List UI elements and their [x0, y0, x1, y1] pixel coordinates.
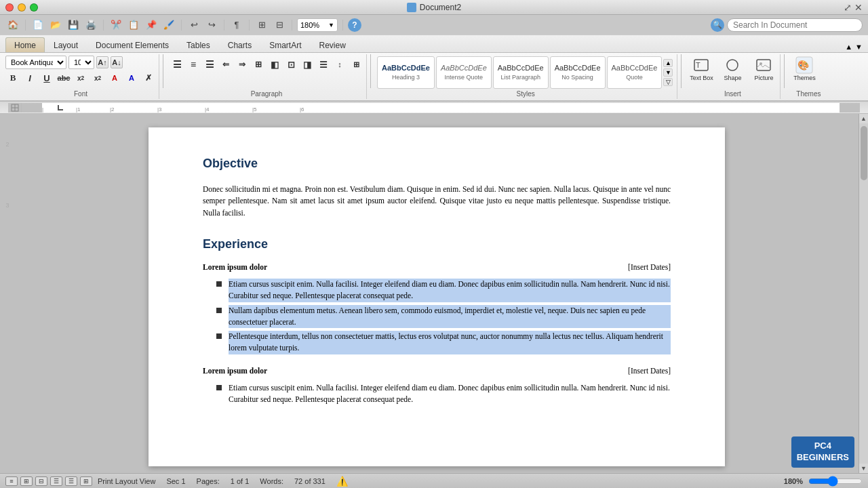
view-icon-6[interactable]: ⊞ [80, 476, 92, 486]
styles-scroll[interactable]: ▲ ▼ ▽ [663, 59, 674, 86]
ruler-corner[interactable] [8, 103, 22, 113]
bullet-text-4[interactable]: Etiam cursus suscipit enim. Nulla facili… [229, 382, 671, 406]
markers-button[interactable]: ¶ [229, 18, 244, 33]
bullet-text-2[interactable]: Nullam dapibus elementum metus. Aenean l… [229, 305, 671, 329]
bullet-item-3[interactable]: Pellentesque interdum, tellus non consec… [216, 331, 671, 354]
window-close-icon[interactable]: ✕ [854, 2, 863, 13]
highlight-button[interactable]: A [107, 70, 122, 85]
scroll-up-button[interactable]: ▲ [859, 114, 869, 123]
styles-scroll-down[interactable]: ▼ [663, 68, 673, 77]
superscript-button[interactable]: x2 [73, 70, 88, 85]
style-quote[interactable]: AaBbCcDdEe Quote [607, 56, 663, 89]
themes-button[interactable]: 🎨 Themes [791, 56, 818, 81]
view-icon-4[interactable]: ☰ [50, 476, 62, 486]
line-spacing-button[interactable]: ↕ [332, 57, 347, 72]
tab-tables[interactable]: Tables [178, 37, 219, 52]
objective-paragraph[interactable]: Donec sollicitudin mi et magna. Proin no… [203, 184, 671, 219]
font-color-button[interactable]: A [124, 70, 139, 85]
copy-button[interactable]: 📋 [126, 18, 141, 33]
format-painter-button[interactable]: 🖌️ [161, 18, 176, 33]
styles-expand[interactable]: ▽ [663, 78, 673, 86]
close-button[interactable] [5, 3, 14, 12]
columns-button[interactable]: ⊞ [251, 57, 266, 72]
paste-button[interactable]: 📌 [144, 18, 159, 33]
insert-textbox[interactable]: T Text Box [688, 56, 715, 81]
maximize-button[interactable] [30, 3, 38, 12]
decrease-indent-button[interactable]: ⇐ [218, 57, 233, 72]
insert-shape[interactable]: Shape [719, 56, 746, 81]
tab-document-elements[interactable]: Document Elements [87, 37, 178, 52]
strikethrough-button[interactable]: abc [56, 70, 71, 85]
doc-scroll-area[interactable]: Objective Donec sollicitudin mi et magna… [15, 114, 859, 473]
zoom-slider[interactable] [808, 477, 863, 485]
ribbon-tabs: Home Layout Document Elements Tables Cha… [0, 35, 868, 53]
increase-indent-button[interactable]: ⇒ [235, 57, 250, 72]
font-size-down-button[interactable]: A↓ [111, 56, 123, 68]
print-button[interactable]: 🖨️ [83, 18, 98, 33]
view-icon-5[interactable]: ☰ [65, 476, 77, 486]
zoom-select-wrap[interactable]: 180% ▼ [297, 18, 338, 32]
help-button[interactable]: ? [348, 18, 361, 32]
font-family-select[interactable]: Book Antiqua (B... [5, 56, 66, 69]
ribbon-down-icon[interactable]: ▼ [855, 43, 863, 51]
undo-button[interactable]: ↩ [186, 18, 201, 33]
subscript-button[interactable]: x2 [90, 70, 105, 85]
bullet-text-1[interactable]: Etiam cursus suscipit enim. Nulla facili… [229, 279, 671, 302]
right-scrollbar[interactable]: ▲ ▼ [859, 114, 868, 473]
resize-icon[interactable]: ⤢ [844, 2, 852, 13]
tab-layout[interactable]: Layout [45, 37, 87, 52]
view-icon-3[interactable]: ⊟ [35, 476, 47, 486]
style-no-spacing[interactable]: AaBbCcDdEe No Spacing [550, 56, 606, 89]
style-intense-quote[interactable]: AaBbCcDdEe Intense Quote [436, 56, 492, 89]
home-button[interactable]: 🏠 [5, 18, 20, 33]
clear-format-button[interactable]: ✗ [141, 70, 156, 85]
view-icon-2[interactable]: ⊞ [20, 476, 33, 486]
zoom-dropdown-icon[interactable]: ▼ [328, 22, 334, 28]
bullet-text-3[interactable]: Pellentesque interdum, tellus non consec… [229, 331, 671, 354]
grid2-button[interactable]: ⊟ [272, 18, 287, 33]
open-button[interactable]: 📂 [48, 18, 63, 33]
numbering-button[interactable]: ≡ [186, 57, 201, 72]
scroll-thumb[interactable] [861, 126, 867, 180]
bullet-item-1[interactable]: Etiam cursus suscipit enim. Nulla facili… [216, 279, 671, 302]
save-button[interactable]: 💾 [66, 18, 81, 33]
tab-smartart[interactable]: SmartArt [260, 37, 310, 52]
align-center-button[interactable]: ⊡ [283, 57, 298, 72]
align-justify-button[interactable]: ☰ [316, 57, 331, 72]
italic-button[interactable]: I [22, 70, 37, 85]
font-size-select[interactable]: 10 [68, 56, 94, 69]
tab-stop[interactable] [57, 103, 64, 113]
style-list-paragraph[interactable]: AaBbCcDdEe List Paragraph [493, 56, 549, 89]
doc-page[interactable]: Objective Donec sollicitudin mi et magna… [149, 127, 725, 466]
bullet-item-4[interactable]: Etiam cursus suscipit enim. Nulla facili… [216, 382, 671, 406]
tab-review[interactable]: Review [310, 37, 354, 52]
underline-button[interactable]: U [39, 70, 54, 85]
scroll-down-button[interactable]: ▼ [859, 464, 869, 473]
ribbon-up-icon[interactable]: ▲ [845, 43, 852, 51]
error-icon[interactable]: ⚠️ [336, 476, 348, 487]
view-icon-1[interactable]: ≡ [5, 476, 18, 486]
cut-button[interactable]: ✂️ [108, 18, 123, 33]
job-row-1: Lorem ipsum dolor [Insert Dates] [203, 262, 671, 273]
new-doc-button[interactable]: 📄 [31, 18, 45, 33]
styles-scroll-up[interactable]: ▲ [663, 59, 673, 67]
font-size-up-button[interactable]: A↑ [96, 56, 108, 68]
tab-charts[interactable]: Charts [219, 37, 260, 52]
align-right-button[interactable]: ◨ [300, 57, 315, 72]
style-heading3[interactable]: AaBbCcDdEe Heading 3 [377, 56, 435, 89]
window-controls[interactable] [5, 3, 38, 12]
bold-button[interactable]: B [5, 70, 20, 85]
borders-button[interactable]: ⊞ [349, 57, 363, 72]
bullet-item-2[interactable]: Nullam dapibus elementum metus. Aenean l… [216, 305, 671, 329]
align-left-button[interactable]: ◧ [267, 57, 282, 72]
grid-button[interactable]: ⊞ [254, 18, 269, 33]
paragraph-panel: ☰ ≡ ☰ ⇐ ⇒ ⊞ ◧ ⊡ ◨ ☰ ↕ ⊞ Paragraph [167, 54, 367, 99]
ruler-mark-1: |1 [76, 106, 81, 113]
list-button[interactable]: ☰ [202, 57, 217, 72]
redo-button[interactable]: ↪ [204, 18, 219, 33]
bullets-button[interactable]: ☰ [170, 57, 184, 72]
search-input[interactable] [733, 20, 856, 30]
minimize-button[interactable] [18, 3, 26, 12]
insert-picture[interactable]: Picture [750, 56, 777, 81]
tab-home[interactable]: Home [5, 37, 45, 52]
